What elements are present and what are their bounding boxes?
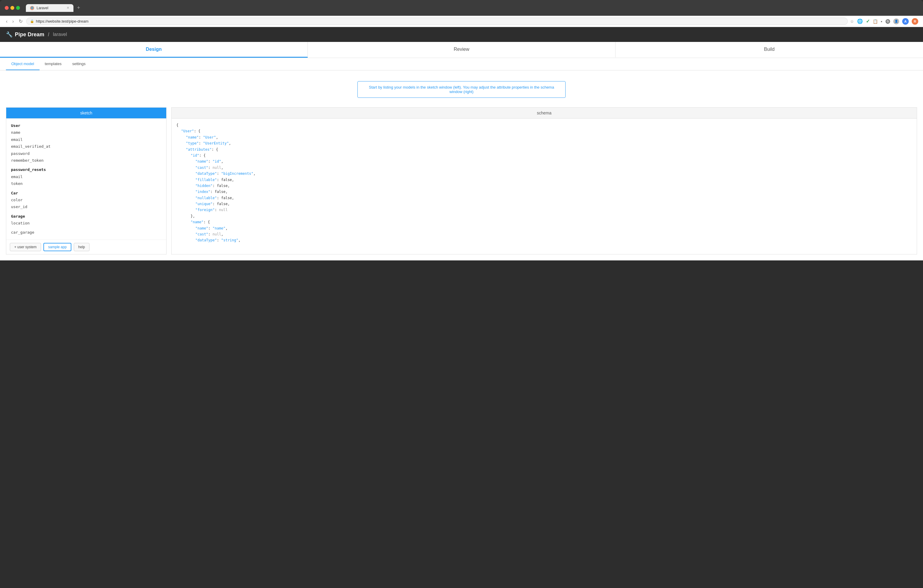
model-car: Car	[11, 190, 161, 197]
close-button[interactable]	[5, 6, 8, 10]
schema-content[interactable]: { "User": { "name": "User", "type": "Use…	[172, 118, 917, 243]
model-user: User	[11, 122, 161, 129]
app-header: 🔧 Pipe Dream / laravel	[0, 27, 923, 42]
maximize-button[interactable]	[16, 6, 20, 10]
extension-icon-2[interactable]: ✓	[866, 18, 870, 24]
help-button[interactable]: help	[74, 243, 90, 251]
subtab-templates[interactable]: templates	[39, 58, 67, 70]
traffic-lights	[5, 6, 20, 10]
user-system-button[interactable]: + user system	[10, 243, 41, 251]
extension-icon-1[interactable]: 🌐	[857, 18, 863, 24]
sub-navigation: Object model templates settings	[0, 58, 923, 71]
title-bar: 🌐 Laravel ✕ +	[0, 0, 923, 16]
sketch-buttons: + user system sample app help	[6, 240, 166, 254]
model-password-resets: password_resets	[11, 166, 161, 173]
back-button[interactable]: ‹	[5, 18, 8, 25]
field-car-color: color	[11, 197, 161, 203]
profile-avatar-red[interactable]: R	[912, 18, 918, 25]
sketch-panel-header: sketch	[6, 108, 166, 118]
logo-slash: /	[48, 31, 49, 38]
url-bar[interactable]: 🔒 https://website.test/pipe-dream	[26, 18, 848, 25]
field-car-user-id: user_id	[11, 203, 161, 210]
sample-app-button[interactable]: sample app	[43, 243, 71, 251]
bookmark-icon[interactable]: ☆	[850, 19, 854, 24]
profile-avatar-blue[interactable]: A	[902, 18, 909, 25]
logo-icon: 🔧	[6, 31, 13, 38]
schema-panel: schema { "User": { "name": "User", "type…	[171, 107, 917, 255]
field-email: email	[11, 136, 161, 143]
field-pr-token: token	[11, 180, 161, 187]
url-text: https://website.test/pipe-dream	[36, 19, 89, 23]
logo-text: Pipe Dream	[15, 31, 44, 38]
subtab-object-model[interactable]: Object model	[6, 58, 39, 70]
extension-icon-4[interactable]: ▪	[881, 19, 882, 24]
field-password: password	[11, 150, 161, 157]
field-remember-token: remember_token	[11, 157, 161, 164]
page-content: 🔧 Pipe Dream / laravel Design Review Bui…	[0, 27, 923, 260]
field-email-verified: email_verified_at	[11, 143, 161, 150]
field-car-garage: car_garage	[11, 229, 161, 236]
browser-tab-active[interactable]: 🌐 Laravel ✕	[26, 4, 74, 12]
extension-icon-5[interactable]: 🔘	[885, 19, 890, 24]
forward-button[interactable]: ›	[11, 18, 15, 25]
profile-icon-gray[interactable]: 👤	[893, 18, 899, 25]
minimize-button[interactable]	[10, 6, 14, 10]
tab-favicon: 🌐	[30, 6, 34, 10]
info-banner-text: Start by listing your models in the sket…	[369, 85, 554, 94]
tab-title: Laravel	[36, 6, 48, 10]
browser-toolbar: ☆ 🌐 ✓ 📋 ▪ 🔘 👤 A R	[850, 18, 918, 25]
tab-design[interactable]: Design	[0, 42, 308, 57]
browser-window: 🌐 Laravel ✕ + ‹ › ↻ 🔒 https://website.te…	[0, 0, 923, 260]
field-pr-email: email	[11, 173, 161, 180]
sketch-panel: sketch User name email email_verified_at…	[6, 107, 166, 255]
app-logo: 🔧 Pipe Dream / laravel	[6, 31, 67, 38]
tab-build[interactable]: Build	[616, 42, 923, 57]
lock-icon: 🔒	[30, 19, 34, 23]
field-name: name	[11, 129, 161, 136]
main-navigation: Design Review Build	[0, 42, 923, 58]
panels-container: sketch User name email email_verified_at…	[0, 107, 923, 260]
tab-close-button[interactable]: ✕	[67, 6, 69, 10]
info-banner: Start by listing your models in the sket…	[357, 81, 566, 98]
schema-panel-header: schema	[172, 108, 917, 118]
reload-button[interactable]: ↻	[18, 18, 24, 25]
extension-icon-3[interactable]: 📋	[873, 19, 878, 24]
field-garage-location: location	[11, 220, 161, 227]
new-tab-button[interactable]: +	[75, 3, 83, 12]
subtab-settings[interactable]: settings	[67, 58, 91, 70]
project-name: laravel	[53, 32, 67, 37]
sketch-content[interactable]: User name email email_verified_at passwo…	[6, 118, 166, 240]
model-garage: Garage	[11, 213, 161, 220]
tab-review[interactable]: Review	[308, 42, 616, 57]
